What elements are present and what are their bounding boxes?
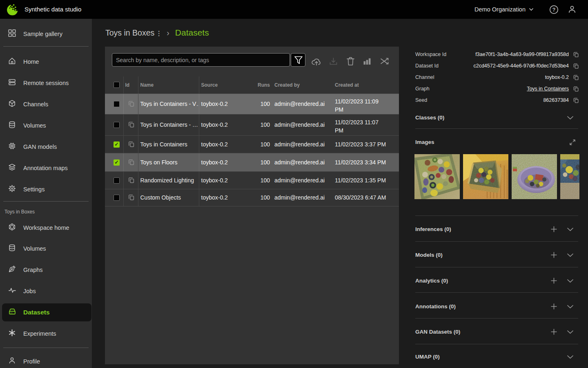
svg-text:?: ?	[552, 7, 556, 13]
